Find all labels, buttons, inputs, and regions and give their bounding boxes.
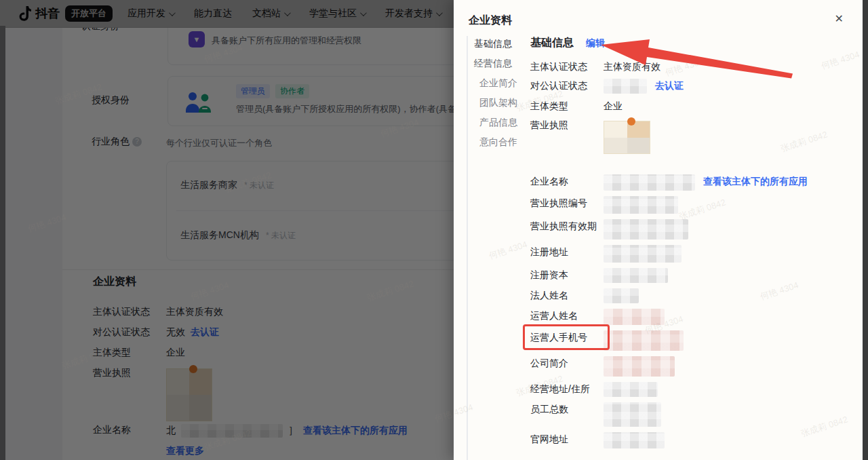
drawer-title: 企业资料: [469, 14, 512, 26]
redacted-value: [604, 245, 682, 263]
drawer-field-row: 主体认证状态主体资质有效: [530, 60, 846, 73]
field-value: [604, 268, 668, 283]
drawer-field-row: 企业名称查看该主体下的所有应用: [530, 174, 846, 191]
drawer-nav-item-团队架构[interactable]: 团队架构: [468, 97, 530, 117]
drawer-field-row: 公司简介: [530, 356, 846, 377]
drawer-nav-item-意向合作[interactable]: 意向合作: [468, 136, 530, 156]
field-label: 公司简介: [530, 356, 604, 370]
drawer-field-row: 对公认证状态去认证: [530, 79, 846, 94]
drawer-field-row: 运营人手机号: [530, 330, 846, 351]
redacted-value: [604, 219, 688, 239]
screen: 认证身份 抖音 开放平台 应用开发能力直达文档站学堂与社区开发者支持服务生态 ▼…: [0, 0, 868, 460]
drawer-nav-item-经营信息[interactable]: 经营信息: [468, 58, 530, 77]
field-value: 去认证: [604, 79, 684, 94]
value-text: 主体资质有效: [604, 60, 660, 73]
field-label: 员工总数: [530, 402, 604, 416]
redacted-value: [604, 402, 661, 427]
redacted-value: [604, 309, 665, 325]
drawer-field-row: 运营人姓名: [530, 309, 846, 325]
drawer-field-row: 营业执照有效期: [530, 219, 846, 239]
redacted-value: [604, 432, 665, 448]
field-label: 主体认证状态: [530, 60, 604, 73]
window-edge-left: [0, 26, 5, 460]
drawer-field-row: 注册资本: [530, 268, 846, 283]
redacted-value: [604, 268, 668, 283]
field-value: [604, 356, 675, 377]
company-info-drawer: 企业资料 ✕ 基础信息经营信息企业简介团队架构产品信息意向合作 基础信息 编辑 …: [454, 0, 863, 460]
field-value: [604, 118, 650, 154]
field-label: 营业执照编号: [530, 196, 604, 210]
field-value: [604, 245, 682, 263]
basic-info-title: 基础信息: [530, 36, 574, 50]
redacted-value: [604, 382, 658, 397]
annotated-field-label: 运营人手机号: [530, 330, 604, 344]
field-label: 营业执照有效期: [530, 219, 604, 233]
field-label: 注册资本: [530, 268, 604, 282]
edit-basic-info-link[interactable]: 编辑: [586, 37, 605, 50]
field-value: [604, 330, 684, 351]
drawer-field-row: 员工总数: [530, 402, 846, 427]
redacted-value: [604, 174, 695, 191]
business-license-thumbnail: [604, 121, 650, 154]
field-label: 官网地址: [530, 432, 604, 446]
redacted-value: [604, 196, 678, 214]
view-all-apps-link[interactable]: 查看该主体下的所有应用: [703, 174, 808, 188]
redacted-value: [604, 330, 684, 351]
field-value: [604, 432, 665, 448]
field-value: [604, 382, 658, 397]
field-label: 注册地址: [530, 245, 604, 258]
field-value: [604, 196, 678, 214]
drawer-field-row: 官网地址: [530, 432, 846, 448]
drawer-field-row: 营业执照: [530, 118, 846, 154]
field-value: [604, 288, 639, 303]
drawer-field-row: 法人姓名: [530, 288, 846, 303]
field-label: 运营人姓名: [530, 309, 604, 322]
go-verify-link[interactable]: 去认证: [655, 79, 684, 92]
drawer-field-row: 经营地址/住所: [530, 382, 846, 397]
close-icon[interactable]: ✕: [835, 14, 844, 24]
license-seal-icon: [627, 117, 635, 126]
field-value: 查看该主体下的所有应用: [604, 174, 808, 191]
field-label: 经营地址/住所: [530, 382, 604, 396]
field-label: 主体类型: [530, 99, 604, 113]
drawer-nav-item-基础信息[interactable]: 基础信息: [468, 38, 530, 58]
field-value: 主体资质有效: [604, 60, 660, 73]
drawer-field-row: 主体类型企业: [530, 99, 846, 113]
value-text: 企业: [604, 99, 623, 113]
field-value: [604, 402, 661, 427]
drawer-section-nav: 基础信息经营信息企业简介团队架构产品信息意向合作: [467, 36, 530, 460]
drawer-field-row: 营业执照编号: [530, 196, 846, 214]
redacted-value: [604, 288, 639, 303]
redacted-value: [604, 356, 675, 377]
drawer-nav-item-企业简介[interactable]: 企业简介: [468, 77, 530, 97]
field-value: [604, 309, 665, 325]
drawer-nav-item-产品信息[interactable]: 产品信息: [468, 117, 530, 136]
drawer-field-row: 注册地址: [530, 245, 846, 263]
field-label: 企业名称: [530, 174, 604, 188]
window-edge-right: [863, 0, 868, 460]
field-label: 营业执照: [530, 118, 604, 132]
field-value: [604, 219, 688, 239]
field-value: 企业: [604, 99, 623, 113]
redacted-value: [604, 79, 647, 94]
field-label: 对公认证状态: [530, 79, 604, 92]
field-label: 法人姓名: [530, 288, 604, 302]
